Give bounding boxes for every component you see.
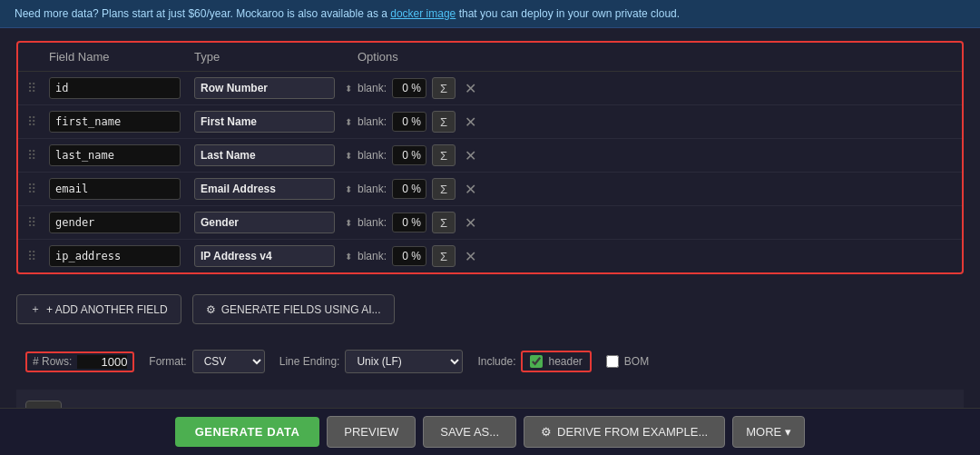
remove-button[interactable]: ✕ <box>461 181 480 198</box>
options-cell: blank: Σ ✕ <box>358 77 953 99</box>
format-label: Format: <box>149 355 186 368</box>
options-cell: blank: Σ ✕ <box>358 178 953 200</box>
col-options: Options <box>358 50 953 64</box>
field-name-input[interactable] <box>49 212 181 233</box>
add-field-label: + ADD ANOTHER FIELD <box>46 303 168 316</box>
top-banner: Need more data? Plans start at just $60/… <box>0 0 980 28</box>
blank-input[interactable] <box>392 112 426 132</box>
type-select[interactable]: Row Number First Name Last Name Email Ad… <box>194 245 335 267</box>
remove-button[interactable]: ✕ <box>461 214 480 232</box>
drag-handle[interactable]: ⠿ <box>27 215 49 230</box>
field-name-input[interactable] <box>49 245 181 267</box>
col-field-name: Field Name <box>49 50 194 64</box>
drag-handle[interactable]: ⠿ <box>27 249 49 263</box>
blank-label: blank: <box>358 82 387 94</box>
formula-button[interactable]: Σ <box>432 111 456 133</box>
type-select[interactable]: Row Number First Name Last Name Email Ad… <box>194 77 335 99</box>
format-select[interactable]: CSV JSON SQL Excel Custom <box>192 350 265 373</box>
ai-icon: ⚙ <box>206 303 216 316</box>
type-select[interactable]: Row Number First Name Last Name Email Ad… <box>194 144 335 166</box>
derive-button[interactable]: ⚙ DERIVE FROM EXAMPLE... <box>524 416 725 448</box>
ai-generate-label: GENERATE FIELDS USING AI... <box>221 303 381 316</box>
blank-input[interactable] <box>392 213 426 232</box>
rows-label: # Rows: <box>33 355 72 368</box>
line-ending-label: Line Ending: <box>279 355 340 368</box>
options-cell: blank: Σ ✕ <box>358 245 953 267</box>
blank-input[interactable] <box>392 179 426 199</box>
main-content: Field Name Type Options ⠿ Row Number Fir… <box>0 28 980 452</box>
more-button[interactable]: MORE ▾ <box>732 416 805 448</box>
more-label: MORE <box>746 425 781 439</box>
bom-checkbox[interactable] <box>606 355 619 368</box>
field-name-input[interactable] <box>49 111 181 133</box>
type-select[interactable]: Row Number First Name Last Name Email Ad… <box>194 111 335 133</box>
formula-button[interactable]: Σ <box>432 245 456 267</box>
add-field-button[interactable]: ＋ + ADD ANOTHER FIELD <box>16 294 181 324</box>
blank-label: blank: <box>358 115 387 128</box>
preview-button[interactable]: PREVIEW <box>327 416 416 448</box>
table-row: ⠿ Row Number First Name Last Name Email … <box>18 206 962 240</box>
table-row: ⠿ Row Number First Name Last Name Email … <box>18 72 962 105</box>
bom-group: BOM <box>606 355 649 368</box>
options-cell: blank: Σ ✕ <box>358 144 953 166</box>
include-group: Include: header <box>477 351 591 372</box>
remove-button[interactable]: ✕ <box>461 147 480 164</box>
formula-button[interactable]: Σ <box>432 77 456 99</box>
drag-handle[interactable]: ⠿ <box>27 182 49 196</box>
blank-label: blank: <box>358 149 387 162</box>
banner-text: Need more data? Plans start at just $60/… <box>15 7 387 20</box>
save-as-button[interactable]: SAVE AS... <box>423 416 516 448</box>
schema-header: Field Name Type Options <box>18 43 962 72</box>
type-select[interactable]: Row Number First Name Last Name Email Ad… <box>194 212 335 233</box>
line-ending-select[interactable]: Unix (LF) Windows (CRLF) Mac (CR) <box>345 350 463 373</box>
header-label: header <box>548 355 582 368</box>
blank-input[interactable] <box>392 145 426 165</box>
bom-label: BOM <box>624 355 649 368</box>
remove-button[interactable]: ✕ <box>461 114 480 131</box>
drag-handle[interactable]: ⠿ <box>27 114 49 129</box>
plus-icon: ＋ <box>30 302 41 317</box>
table-row: ⠿ Row Number First Name Last Name Email … <box>18 139 962 173</box>
rows-input[interactable] <box>77 355 127 369</box>
drag-handle[interactable]: ⠿ <box>27 81 49 95</box>
formula-button[interactable]: Σ <box>432 144 456 166</box>
banner-text2: that you can deploy in your own private … <box>459 7 680 20</box>
formula-button[interactable]: Σ <box>432 212 456 233</box>
remove-button[interactable]: ✕ <box>461 80 480 97</box>
remove-button[interactable]: ✕ <box>461 248 480 265</box>
format-group: Format: CSV JSON SQL Excel Custom <box>149 350 264 373</box>
drag-handle[interactable]: ⠿ <box>27 148 49 163</box>
ai-generate-button[interactable]: ⚙ GENERATE FIELDS USING AI... <box>192 294 395 324</box>
blank-label: blank: <box>358 250 387 262</box>
blank-label: blank: <box>358 216 387 229</box>
blank-input[interactable] <box>392 246 426 266</box>
table-row: ⠿ Row Number First Name Last Name Email … <box>18 105 962 139</box>
config-row: # Rows: Format: CSV JSON SQL Excel Custo… <box>16 342 964 381</box>
formula-button[interactable]: Σ <box>432 178 456 200</box>
line-ending-group: Line Ending: Unix (LF) Windows (CRLF) Ma… <box>279 350 464 373</box>
type-select[interactable]: Row Number First Name Last Name Email Ad… <box>194 178 335 200</box>
rows-config-box: # Rows: <box>25 351 134 372</box>
derive-icon: ⚙ <box>541 425 552 439</box>
actions-row: ＋ + ADD ANOTHER FIELD ⚙ GENERATE FIELDS … <box>16 285 964 333</box>
table-row: ⠿ Row Number First Name Last Name Email … <box>18 173 962 206</box>
table-row: ⠿ Row Number First Name Last Name Email … <box>18 240 962 272</box>
field-name-input[interactable] <box>49 178 181 200</box>
field-name-input[interactable] <box>49 77 181 99</box>
blank-label: blank: <box>358 183 387 195</box>
header-checkbox[interactable] <box>530 355 543 368</box>
chevron-down-icon: ▾ <box>785 425 791 439</box>
bottom-bar: GENERATE DATA PREVIEW SAVE AS... ⚙ DERIV… <box>0 408 980 455</box>
options-cell: blank: Σ ✕ <box>358 212 953 233</box>
derive-label: DERIVE FROM EXAMPLE... <box>557 425 708 439</box>
include-label: Include: <box>477 355 515 368</box>
header-include-box: header <box>521 351 591 372</box>
options-cell: blank: Σ ✕ <box>358 111 953 133</box>
schema-panel: Field Name Type Options ⠿ Row Number Fir… <box>16 41 964 274</box>
generate-data-button[interactable]: GENERATE DATA <box>175 417 320 447</box>
blank-input[interactable] <box>392 78 426 98</box>
field-name-input[interactable] <box>49 144 181 166</box>
docker-link[interactable]: docker image <box>390 7 456 20</box>
col-type: Type <box>194 50 358 64</box>
